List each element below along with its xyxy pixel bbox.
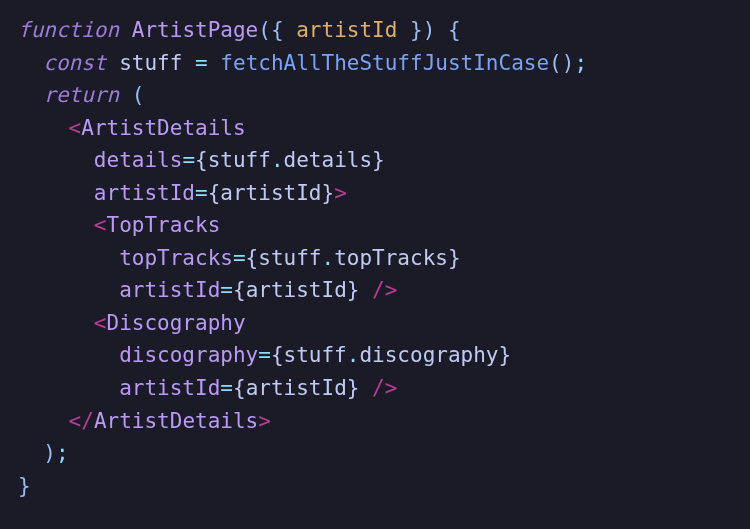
attr-eq: = [195,181,208,205]
jsx-angle-open: < [69,116,82,140]
attr-artistid: artistId [94,181,195,205]
jsx-expr-close: } [347,278,360,302]
paren-open: ( [258,18,271,42]
expr-artistid: artistId [246,376,347,400]
brace-close: } [410,18,423,42]
jsx-angle-close: > [385,376,398,400]
jsx-close-slash: / [81,409,94,433]
jsx-expr-open: { [195,148,208,172]
attr-eq: = [220,278,233,302]
op-eq: = [195,51,208,75]
dot: . [347,343,360,367]
keyword-function: function [18,18,119,42]
fn-call: fetchAllTheStuffJustInCase [220,51,549,75]
expr-stuff: stuff [258,246,321,270]
jsx-expr-close: } [347,376,360,400]
var-stuff: stuff [119,51,182,75]
prop-toptracks: topTracks [334,246,448,270]
jsx-expr-close: } [321,181,334,205]
attr-eq: = [220,376,233,400]
jsx-expr-close: } [448,246,461,270]
return-paren-close: ) [43,441,56,465]
keyword-return: return [43,83,119,107]
dot: . [321,246,334,270]
jsx-expr-open: { [271,343,284,367]
expr-stuff: stuff [284,343,347,367]
component-discography: Discography [107,311,246,335]
jsx-self-close-slash: / [372,278,385,302]
jsx-expr-open: { [233,278,246,302]
jsx-expr-open: { [233,376,246,400]
prop-discography: discography [359,343,498,367]
call-paren-open: ( [549,51,562,75]
jsx-expr-open: { [246,246,259,270]
semicolon: ; [56,441,69,465]
component-artistdetails: ArtistDetails [81,116,245,140]
function-name: ArtistPage [132,18,258,42]
jsx-angle-open: < [94,213,107,237]
jsx-angle-open: < [69,409,82,433]
attr-eq: = [182,148,195,172]
attr-eq: = [258,343,271,367]
fn-body-close: } [18,474,31,498]
attr-artistid: artistId [119,278,220,302]
code-block: function ArtistPage({ artistId }) { cons… [18,14,732,502]
jsx-angle-close: > [385,278,398,302]
keyword-const: const [43,51,106,75]
expr-artistid: artistId [246,278,347,302]
jsx-expr-close: } [499,343,512,367]
jsx-expr-open: { [208,181,221,205]
call-paren-close: ) [562,51,575,75]
brace-open: { [271,18,284,42]
attr-details: details [94,148,183,172]
prop-details: details [284,148,373,172]
fn-body-open: { [448,18,461,42]
attr-artistid: artistId [119,376,220,400]
expr-stuff: stuff [208,148,271,172]
jsx-expr-close: } [372,148,385,172]
param-artistId: artistId [296,18,397,42]
paren-close: ) [423,18,436,42]
semicolon: ; [574,51,587,75]
dot: . [271,148,284,172]
jsx-angle-close: > [334,181,347,205]
component-toptracks: TopTracks [107,213,221,237]
jsx-angle-open: < [94,311,107,335]
attr-eq: = [233,246,246,270]
attr-toptracks: topTracks [119,246,233,270]
expr-artistid: artistId [220,181,321,205]
jsx-self-close-slash: / [372,376,385,400]
attr-discography: discography [119,343,258,367]
return-paren-open: ( [132,83,145,107]
jsx-angle-close: > [258,409,271,433]
component-artistdetails-close: ArtistDetails [94,409,258,433]
